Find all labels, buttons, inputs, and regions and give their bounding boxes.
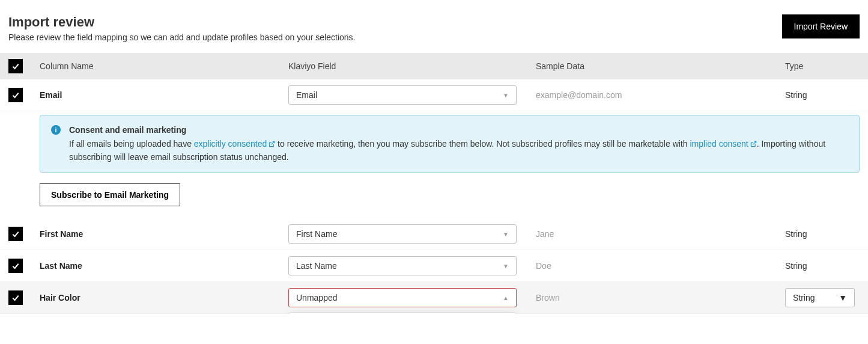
import-review-button[interactable]: Import Review bbox=[782, 14, 860, 38]
type-select[interactable]: String ▼ bbox=[785, 288, 855, 307]
row-column-name: Email bbox=[40, 90, 288, 100]
select-value: Email bbox=[296, 90, 317, 100]
check-icon bbox=[11, 229, 20, 239]
table-row: Last Name Last Name ▼ Doe String bbox=[0, 250, 868, 282]
row-type: String bbox=[785, 261, 860, 271]
external-link-icon bbox=[269, 138, 275, 151]
row-checkbox[interactable] bbox=[8, 290, 23, 305]
check-icon bbox=[11, 61, 20, 71]
svg-line-1 bbox=[753, 141, 756, 144]
row-sample-data: Brown bbox=[536, 293, 785, 303]
page-header: Import review Please review the field ma… bbox=[0, 0, 868, 53]
row-sample-data: Jane bbox=[536, 229, 785, 239]
svg-line-0 bbox=[272, 141, 275, 144]
row-type: String bbox=[785, 90, 860, 100]
select-all-checkbox[interactable] bbox=[8, 59, 23, 73]
consent-info-box: i Consent and email marketing If all ema… bbox=[40, 115, 860, 173]
select-value: Unmapped bbox=[296, 293, 338, 303]
row-checkbox[interactable] bbox=[8, 88, 23, 102]
row-checkbox[interactable] bbox=[8, 259, 23, 273]
select-value: First Name bbox=[296, 229, 337, 239]
column-header-sample: Sample Data bbox=[536, 61, 785, 71]
subscribe-email-marketing-button[interactable]: Subscribe to Email Marketing bbox=[40, 183, 180, 206]
check-icon bbox=[11, 261, 20, 271]
table-header-row: Column Name Klaviyo Field Sample Data Ty… bbox=[0, 53, 868, 79]
chevron-down-icon: ▼ bbox=[503, 92, 509, 99]
external-link-icon bbox=[750, 138, 757, 151]
klaviyo-field-select[interactable]: Unmapped ▲ bbox=[288, 288, 517, 307]
column-header-type: Type bbox=[785, 61, 860, 71]
column-header-name: Column Name bbox=[40, 61, 288, 71]
row-sample-data: example@domain.com bbox=[536, 90, 785, 100]
chevron-up-icon: ▲ bbox=[503, 295, 509, 301]
row-column-name: Last Name bbox=[40, 261, 288, 271]
klaviyo-field-select[interactable]: Email ▼ bbox=[288, 85, 517, 105]
row-type: String bbox=[785, 229, 860, 239]
chevron-down-icon: ▼ bbox=[503, 263, 509, 269]
table-row: First Name First Name ▼ Jane String bbox=[0, 218, 868, 250]
page-subtitle: Please review the field mapping so we ca… bbox=[8, 32, 355, 42]
klaviyo-field-select[interactable]: First Name ▼ bbox=[288, 224, 517, 244]
table-row: Email Email ▼ example@domain.com String bbox=[0, 79, 868, 111]
row-checkbox[interactable] bbox=[8, 227, 23, 241]
explicitly-consented-link[interactable]: explicitly consented bbox=[194, 139, 275, 149]
select-value: String bbox=[793, 293, 815, 303]
row-column-name: Hair Color bbox=[40, 293, 288, 303]
row-sample-data: Doe bbox=[536, 261, 785, 271]
page-title: Import review bbox=[8, 14, 355, 30]
check-icon bbox=[11, 293, 20, 303]
check-icon bbox=[11, 90, 20, 100]
chevron-down-icon: ▼ bbox=[839, 293, 847, 303]
table-row: Hair Color Unmapped ▲ + Create option "H… bbox=[0, 282, 868, 314]
field-dropdown: + Create option "Hair Color" bbox=[288, 312, 517, 314]
info-icon: i bbox=[51, 125, 61, 135]
info-title: Consent and email marketing bbox=[69, 124, 848, 137]
chevron-down-icon: ▼ bbox=[503, 231, 509, 238]
row-column-name: First Name bbox=[40, 229, 288, 239]
klaviyo-field-select[interactable]: Last Name ▼ bbox=[288, 256, 517, 275]
info-body: If all emails being uploaded have explic… bbox=[69, 138, 848, 164]
column-header-field: Klaviyo Field bbox=[288, 61, 536, 71]
select-value: Last Name bbox=[296, 261, 337, 271]
implied-consent-link[interactable]: implied consent bbox=[690, 139, 756, 149]
